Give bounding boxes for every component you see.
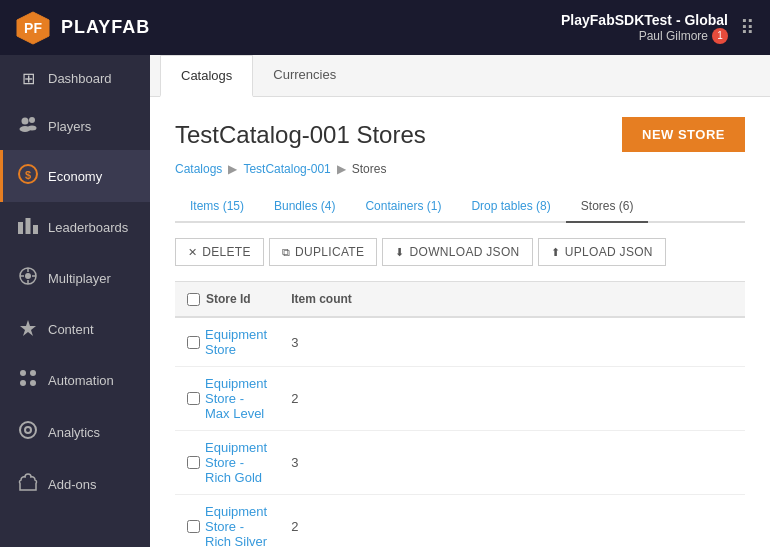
svg-point-12 [25, 273, 31, 279]
sidebar-item-content[interactable]: Content [0, 304, 150, 354]
sidebar-item-automation[interactable]: Automation [0, 354, 150, 406]
sidebar-label-content: Content [48, 322, 94, 337]
svg-text:PF: PF [24, 20, 42, 36]
subtab-drop-tables[interactable]: Drop tables (8) [456, 191, 565, 223]
sidebar-item-addons[interactable]: Add-ons [0, 458, 150, 510]
automation-icon [18, 368, 38, 392]
grid-menu-icon[interactable]: ⠿ [740, 16, 755, 40]
toolbar: ✕ DELETE ⧉ DUPLICATE ⬇ DOWNLOAD JSON ⬆ U… [175, 238, 745, 266]
table-row: Equipment Store - Max Level 2 [175, 367, 745, 431]
item-count-cell: 3 [279, 431, 745, 495]
svg-text:$: $ [25, 169, 31, 181]
sidebar-item-economy[interactable]: $ Economy [0, 150, 150, 202]
svg-rect-8 [18, 222, 23, 234]
item-count-cell: 3 [279, 317, 745, 367]
row-checkbox[interactable] [187, 456, 200, 469]
download-icon: ⬇ [395, 246, 404, 259]
subtab-containers[interactable]: Containers (1) [350, 191, 456, 223]
breadcrumb-catalogs[interactable]: Catalogs [175, 162, 222, 176]
sidebar-label-players: Players [48, 119, 91, 134]
content-icon [18, 318, 38, 340]
user-info: PlayFabSDKTest - Global Paul Gilmore 1 [561, 12, 728, 44]
svg-point-17 [20, 370, 26, 376]
svg-point-21 [20, 422, 36, 438]
sidebar-label-dashboard: Dashboard [48, 71, 112, 86]
page-title: TestCatalog-001 Stores [175, 121, 426, 149]
svg-point-5 [28, 126, 37, 131]
playfab-logo-icon: PF [15, 10, 51, 46]
stores-table: Store Id Item count Equipment Store 3 Eq… [175, 281, 745, 547]
multiplayer-icon [18, 266, 38, 290]
svg-point-20 [30, 380, 36, 386]
th-checkbox: Store Id [175, 282, 279, 318]
row-checkbox[interactable] [187, 336, 200, 349]
sidebar-item-analytics[interactable]: Analytics [0, 406, 150, 458]
subtab-items[interactable]: Items (15) [175, 191, 259, 223]
sidebar-item-dashboard[interactable]: ⊞ Dashboard [0, 55, 150, 102]
delete-icon: ✕ [188, 246, 197, 259]
store-id-cell: Equipment Store - Rich Gold [175, 431, 279, 495]
svg-point-2 [22, 118, 29, 125]
store-link[interactable]: Equipment Store - Rich Gold [205, 440, 267, 485]
page-header: TestCatalog-001 Stores NEW STORE [175, 117, 745, 152]
sidebar-label-economy: Economy [48, 169, 102, 184]
store-link[interactable]: Equipment Store - Rich Silver [205, 504, 267, 547]
select-all-checkbox[interactable] [187, 293, 200, 306]
svg-point-4 [29, 117, 35, 123]
new-store-button[interactable]: NEW STORE [622, 117, 745, 152]
notification-badge[interactable]: 1 [712, 28, 728, 44]
tab-currencies[interactable]: Currencies [253, 55, 356, 97]
table-row: Equipment Store - Rich Gold 3 [175, 431, 745, 495]
breadcrumb: Catalogs ▶ TestCatalog-001 ▶ Stores [175, 162, 745, 176]
tab-catalogs[interactable]: Catalogs [160, 55, 253, 97]
store-link[interactable]: Equipment Store [205, 327, 267, 357]
sidebar-item-leaderboards[interactable]: Leaderboards [0, 202, 150, 252]
download-json-button[interactable]: ⬇ DOWNLOAD JSON [382, 238, 532, 266]
top-tabs: Catalogs Currencies [150, 55, 770, 97]
upload-json-button[interactable]: ⬆ UPLOAD JSON [538, 238, 666, 266]
subtab-stores[interactable]: Stores (6) [566, 191, 649, 223]
th-item-count: Item count [279, 282, 745, 318]
table-row: Equipment Store - Rich Silver 2 [175, 495, 745, 548]
user-name-area: Paul Gilmore 1 [561, 28, 728, 44]
item-count-cell: 2 [279, 495, 745, 548]
row-checkbox[interactable] [187, 392, 200, 405]
store-id-cell: Equipment Store - Rich Silver [175, 495, 279, 548]
subtab-bundles[interactable]: Bundles (4) [259, 191, 350, 223]
user-name: Paul Gilmore [639, 29, 708, 43]
app-header: PF PLAYFAB PlayFabSDKTest - Global Paul … [0, 0, 770, 55]
breadcrumb-testcatalog[interactable]: TestCatalog-001 [243, 162, 330, 176]
breadcrumb-sep-2: ▶ [337, 162, 346, 176]
sidebar-label-leaderboards: Leaderboards [48, 220, 128, 235]
upload-icon: ⬆ [551, 246, 560, 259]
players-icon [18, 116, 38, 136]
main-layout: ⊞ Dashboard Players $ Economy Leaderboar… [0, 55, 770, 547]
th-store-id-label: Store Id [206, 292, 251, 306]
sidebar-item-multiplayer[interactable]: Multiplayer [0, 252, 150, 304]
sub-tabs: Items (15) Bundles (4) Containers (1) Dr… [175, 191, 745, 223]
logo: PF PLAYFAB [15, 10, 150, 46]
duplicate-button[interactable]: ⧉ DUPLICATE [269, 238, 377, 266]
row-checkbox[interactable] [187, 520, 200, 533]
economy-icon: $ [18, 164, 38, 188]
sidebar-label-addons: Add-ons [48, 477, 96, 492]
analytics-icon [18, 420, 38, 444]
leaderboards-icon [18, 216, 38, 238]
workspace-title: PlayFabSDKTest - Global [561, 12, 728, 28]
header-right: PlayFabSDKTest - Global Paul Gilmore 1 ⠿ [561, 12, 755, 44]
svg-point-19 [20, 380, 26, 386]
svg-point-22 [25, 427, 31, 433]
sidebar-item-players[interactable]: Players [0, 102, 150, 150]
sidebar-label-automation: Automation [48, 373, 114, 388]
dashboard-icon: ⊞ [18, 69, 38, 88]
store-link[interactable]: Equipment Store - Max Level [205, 376, 267, 421]
store-id-cell: Equipment Store [175, 317, 279, 367]
sidebar: ⊞ Dashboard Players $ Economy Leaderboar… [0, 55, 150, 547]
content-area: Catalogs Currencies TestCatalog-001 Stor… [150, 55, 770, 547]
breadcrumb-stores: Stores [352, 162, 387, 176]
page-content: TestCatalog-001 Stores NEW STORE Catalog… [150, 97, 770, 547]
delete-button[interactable]: ✕ DELETE [175, 238, 264, 266]
addons-icon [18, 472, 38, 496]
svg-rect-10 [33, 225, 38, 234]
svg-rect-9 [26, 218, 31, 234]
